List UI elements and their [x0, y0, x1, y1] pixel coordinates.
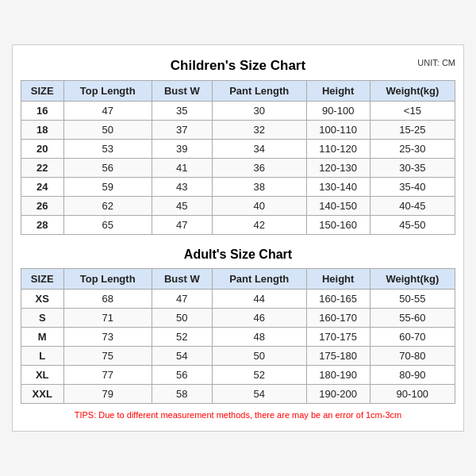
table-cell: XS: [21, 290, 64, 309]
table-cell: 54: [212, 385, 306, 404]
adult-col-header-bust-w: Bust W: [152, 269, 212, 290]
table-cell: 140-150: [306, 197, 370, 216]
table-cell: 79: [63, 385, 152, 404]
table-cell: 75: [63, 347, 152, 366]
table-cell: 25-30: [370, 140, 455, 159]
table-cell: 56: [63, 159, 152, 178]
table-cell: 73: [63, 328, 152, 347]
table-cell: 120-130: [306, 159, 370, 178]
table-cell: 45: [152, 197, 212, 216]
table-cell: 65: [63, 216, 152, 235]
table-cell: 52: [152, 328, 212, 347]
table-cell: 90-100: [370, 385, 455, 404]
table-cell: S: [21, 309, 64, 328]
adult-chart-title: Adult's Size Chart: [21, 241, 455, 263]
table-cell: 180-190: [306, 366, 370, 385]
children-title-text: Children's Size Chart: [171, 58, 305, 73]
table-cell: 42: [212, 216, 306, 235]
adult-col-header-top-length: Top Length: [63, 269, 152, 290]
col-header-pant-length: Pant Length: [212, 81, 306, 102]
table-cell: 41: [152, 159, 212, 178]
table-cell: 90-100: [306, 102, 370, 121]
table-cell: 35-40: [370, 178, 455, 197]
table-cell: 47: [152, 290, 212, 309]
table-cell: 150-160: [306, 216, 370, 235]
table-cell: 18: [21, 121, 64, 140]
table-cell: 26: [21, 197, 64, 216]
table-cell: 34: [212, 140, 306, 159]
table-cell: 175-180: [306, 347, 370, 366]
table-cell: 60-70: [370, 328, 455, 347]
table-cell: 190-200: [306, 385, 370, 404]
table-cell: XXL: [21, 385, 64, 404]
table-row: L755450175-18070-80: [21, 347, 455, 366]
table-row: 18503732100-11015-25: [21, 121, 455, 140]
table-cell: 44: [212, 290, 306, 309]
adult-col-header-pant-length: Pant Length: [212, 269, 306, 290]
col-header-top-length: Top Length: [63, 81, 152, 102]
chart-container: Children's Size Chart UNIT: CM SIZE Top …: [12, 44, 464, 432]
children-header-row: SIZE Top Length Bust W Pant Length Heigh…: [21, 81, 455, 102]
children-chart-title: Children's Size Chart UNIT: CM: [21, 53, 455, 75]
table-cell: 15-25: [370, 121, 455, 140]
table-cell: 47: [63, 102, 152, 121]
unit-label: UNIT: CM: [417, 58, 455, 67]
table-cell: 160-170: [306, 309, 370, 328]
table-cell: <15: [370, 102, 455, 121]
table-cell: 110-120: [306, 140, 370, 159]
table-cell: 160-165: [306, 290, 370, 309]
table-cell: 54: [152, 347, 212, 366]
table-cell: L: [21, 347, 64, 366]
table-row: XXL795854190-20090-100: [21, 385, 455, 404]
table-row: 1647353090-100<15: [21, 102, 455, 121]
table-cell: 58: [152, 385, 212, 404]
table-cell: 70-80: [370, 347, 455, 366]
table-cell: 24: [21, 178, 64, 197]
table-cell: 43: [152, 178, 212, 197]
table-cell: 48: [212, 328, 306, 347]
table-cell: 62: [63, 197, 152, 216]
col-header-weight: Weight(kg): [370, 81, 455, 102]
adult-size-table: SIZE Top Length Bust W Pant Length Heigh…: [21, 268, 455, 404]
table-cell: 53: [63, 140, 152, 159]
table-row: XL775652180-19080-90: [21, 366, 455, 385]
table-cell: 30: [212, 102, 306, 121]
table-row: S715046160-17055-60: [21, 309, 455, 328]
table-cell: 39: [152, 140, 212, 159]
table-cell: 46: [212, 309, 306, 328]
table-cell: 50: [212, 347, 306, 366]
table-cell: 59: [63, 178, 152, 197]
table-cell: 55-60: [370, 309, 455, 328]
table-cell: 16: [21, 102, 64, 121]
table-cell: 56: [152, 366, 212, 385]
table-cell: XL: [21, 366, 64, 385]
adult-col-header-height: Height: [306, 269, 370, 290]
table-cell: M: [21, 328, 64, 347]
table-cell: 38: [212, 178, 306, 197]
table-row: M735248170-17560-70: [21, 328, 455, 347]
col-header-bust-w: Bust W: [152, 81, 212, 102]
adult-col-header-size: SIZE: [21, 269, 64, 290]
table-cell: 36: [212, 159, 306, 178]
table-cell: 35: [152, 102, 212, 121]
table-cell: 47: [152, 216, 212, 235]
adult-header-row: SIZE Top Length Bust W Pant Length Heigh…: [21, 269, 455, 290]
table-cell: 40-45: [370, 197, 455, 216]
table-cell: 45-50: [370, 216, 455, 235]
table-cell: 71: [63, 309, 152, 328]
col-header-size: SIZE: [21, 81, 64, 102]
table-cell: 130-140: [306, 178, 370, 197]
table-cell: 22: [21, 159, 64, 178]
table-row: 26624540140-15040-45: [21, 197, 455, 216]
table-row: 24594338130-14035-40: [21, 178, 455, 197]
tips-text: TIPS: Due to different measurement metho…: [21, 410, 455, 423]
table-row: XS684744160-16550-55: [21, 290, 455, 309]
table-cell: 30-35: [370, 159, 455, 178]
table-cell: 80-90: [370, 366, 455, 385]
table-cell: 32: [212, 121, 306, 140]
adult-title-text: Adult's Size Chart: [184, 248, 292, 261]
table-cell: 68: [63, 290, 152, 309]
table-cell: 20: [21, 140, 64, 159]
table-cell: 100-110: [306, 121, 370, 140]
table-cell: 50: [63, 121, 152, 140]
